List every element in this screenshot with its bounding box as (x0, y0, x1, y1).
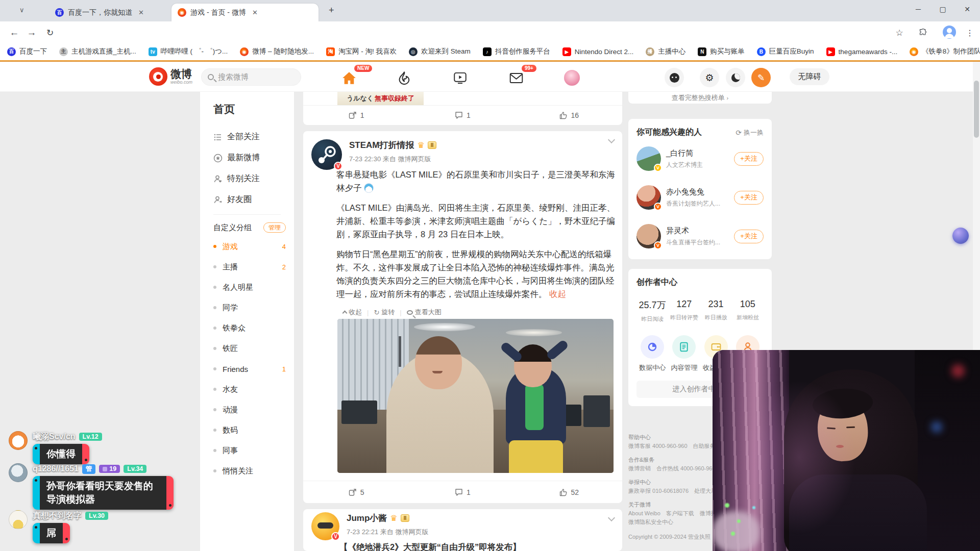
group-item-games[interactable]: 游戏4 (213, 236, 294, 257)
scrollbar-thumb[interactable] (974, 81, 979, 138)
author-name[interactable]: Jump小酱 (347, 512, 387, 524)
group-item-quiet-follow[interactable]: 悄悄关注 (213, 461, 294, 481)
bookmark-baidu[interactable]: 百百度一下 (7, 47, 47, 56)
window-maximize-button[interactable]: ▢ (931, 0, 954, 18)
window-minimize-button[interactable]: ─ (906, 0, 930, 18)
tab-baidu[interactable]: 百 百度一下，你就知道 ✕ (49, 4, 169, 21)
back-icon[interactable]: ← (7, 26, 21, 40)
cam-blanket (713, 511, 760, 551)
rotate-image-button[interactable]: ↻旋转 (374, 308, 395, 317)
post-card-top[interactable]: うルなく 無事収録終了 1 1 16 (303, 92, 622, 125)
group-item-digital[interactable]: 数码 (213, 420, 294, 440)
comment-button[interactable]: 1 (409, 106, 516, 125)
post-photo[interactable] (337, 319, 614, 473)
menu-kebab-icon[interactable]: ⋮ (963, 26, 977, 40)
group-item-viewers[interactable]: 水友 (213, 379, 294, 399)
group-item-celebs[interactable]: 名人明星 (213, 277, 294, 297)
post-card-next[interactable]: V Jump小酱♛II 7-23 22:21 来自 微博网页版 【《绝地潜兵2》… (303, 509, 622, 551)
follow-button[interactable]: +关注 (734, 230, 764, 243)
bookmark-huya[interactable]: 主主机游戏直播_主机... (59, 47, 136, 56)
like-button[interactable]: 52 (516, 481, 622, 503)
bookmark-buyin[interactable]: B巨量百应Buyin (757, 47, 814, 56)
bookmark-youtube-2[interactable]: ▶thegameawards -... (826, 47, 898, 56)
zoom-icon (407, 310, 413, 315)
tab-close-icon[interactable]: ✕ (138, 9, 144, 16)
hot-search-more-link[interactable]: 查看完整热搜榜单 › (628, 92, 772, 104)
bookmark-youtube-1[interactable]: ▶Nintendo Direct 2... (562, 47, 634, 56)
compose-button[interactable]: ✎ (751, 68, 771, 87)
bookmark-tekken[interactable]: ◉《铁拳8》制作团队... (910, 47, 980, 56)
content-manage-button[interactable]: 内容管理 (668, 335, 700, 372)
bookmark-bilibili[interactable]: tv哔哩哔哩 ( ゜- ゜)つ... (149, 47, 228, 56)
comment-button[interactable]: 1 (409, 481, 516, 503)
user-avatar[interactable] (564, 70, 580, 86)
reload-icon[interactable]: ↻ (43, 26, 57, 40)
post-card-main[interactable]: V STEAM打折情报♛II 7-23 22:30 来自 微博网页版 客串悬疑电… (303, 131, 622, 503)
bookmark-douyin[interactable]: ♪抖音创作服务平台 (483, 47, 550, 56)
window-close-button[interactable]: ✕ (955, 0, 979, 18)
settings-button[interactable]: ⚙ (700, 68, 719, 87)
dark-mode-button[interactable] (726, 68, 745, 87)
refresh-suggestions-button[interactable]: ⟳换一换 (736, 128, 764, 137)
author-avatar-jump[interactable]: V (311, 512, 339, 540)
sidebar-item-friends-circle[interactable]: 好友圈 (213, 189, 294, 210)
view-large-button[interactable]: 查看大图 (407, 308, 442, 317)
share-icon (349, 111, 357, 119)
suggested-user[interactable]: V 异灵术斗鱼直播平台签约... +关注 (636, 224, 764, 248)
sidebar-divider (213, 214, 281, 215)
bookmark-taobao[interactable]: 淘淘宝网 - 淘! 我喜欢 (326, 47, 397, 56)
group-item-classmates[interactable]: 同学 (213, 297, 294, 318)
extensions-icon[interactable] (916, 26, 930, 40)
sidebar-item-all-follow[interactable]: 全部关注 (213, 127, 294, 147)
manage-groups-button[interactable]: 管理 (263, 222, 286, 233)
nav-home-button[interactable] (340, 69, 358, 87)
collapse-image-button[interactable]: 收起 (343, 308, 362, 317)
tab-search-icon[interactable]: ∨ (19, 6, 24, 14)
share-button[interactable]: 1 (303, 106, 409, 125)
level-badge: Lv.12 (79, 433, 102, 441)
nav-messages-button[interactable] (507, 69, 525, 87)
weibo-logo[interactable]: 微博 weibo.com (149, 67, 192, 86)
post-menu-chevron-icon[interactable] (608, 136, 615, 143)
group-item-tekken-fans[interactable]: 铁拳众 (213, 318, 294, 338)
nav-hot-button[interactable] (396, 69, 413, 87)
weibo-favicon: ◉ (178, 8, 186, 17)
group-item-friends[interactable]: Friends1 (213, 359, 294, 379)
search-input[interactable]: 搜索微博 (201, 68, 301, 86)
tab-weibo[interactable]: ◉ 游戏 - 首页 - 微博 ✕ (172, 4, 318, 21)
sidebar-item-special[interactable]: 特别关注 (213, 168, 294, 189)
bookmark-steam[interactable]: ◎欢迎来到 Steam (409, 47, 471, 56)
accessibility-button[interactable]: 无障碍 (790, 68, 829, 85)
group-item-anime[interactable]: 动漫 (213, 399, 294, 420)
author-name[interactable]: STEAM打折情报 (349, 139, 414, 151)
tab-close-icon[interactable]: ✕ (252, 9, 258, 16)
post-menu-chevron-icon[interactable] (608, 514, 615, 521)
photo-ceiling-light (506, 329, 562, 336)
forward-icon[interactable]: → (24, 26, 39, 40)
follow-button[interactable]: +关注 (734, 152, 764, 166)
group-item-streamers[interactable]: 主播2 (213, 257, 294, 277)
bookmark-star-icon[interactable]: ☆ (892, 26, 906, 40)
bookmark-nintendo[interactable]: N购买与账单 (698, 47, 745, 56)
thumb-up-icon (559, 111, 568, 119)
follow-button[interactable]: +关注 (734, 191, 764, 205)
like-button[interactable]: 16 (516, 106, 622, 125)
collapse-link[interactable]: 收起 (549, 289, 566, 298)
bookmark-zhubo[interactable]: 播主播中心 (646, 47, 685, 56)
chat-username: 曦溺Scv/cn (33, 432, 76, 442)
group-item-blacksmith[interactable]: 铁匠 (213, 338, 294, 359)
suggested-user[interactable]: V _白行简人文艺术博主 +关注 (636, 146, 764, 171)
group-count: 4 (282, 243, 286, 251)
data-center-button[interactable]: 数据中心 (636, 335, 668, 372)
nav-video-button[interactable] (451, 69, 469, 87)
author-avatar-steam[interactable]: V (311, 139, 342, 170)
service-button[interactable] (665, 68, 684, 87)
group-item-colleagues[interactable]: 同事 (213, 440, 294, 461)
profile-avatar[interactable] (943, 26, 956, 39)
bookmark-weibo[interactable]: ◉微博 – 随时随地发... (240, 47, 314, 56)
suggested-user[interactable]: V 赤小兔兔兔香蕉计划签约艺人... +关注 (636, 185, 764, 210)
share-button[interactable]: 5 (303, 481, 409, 503)
new-tab-button[interactable]: + (329, 5, 334, 16)
post-image-cropped[interactable]: うルなく 無事収録終了 (337, 92, 424, 105)
sidebar-item-latest[interactable]: 最新微博 (213, 147, 294, 168)
